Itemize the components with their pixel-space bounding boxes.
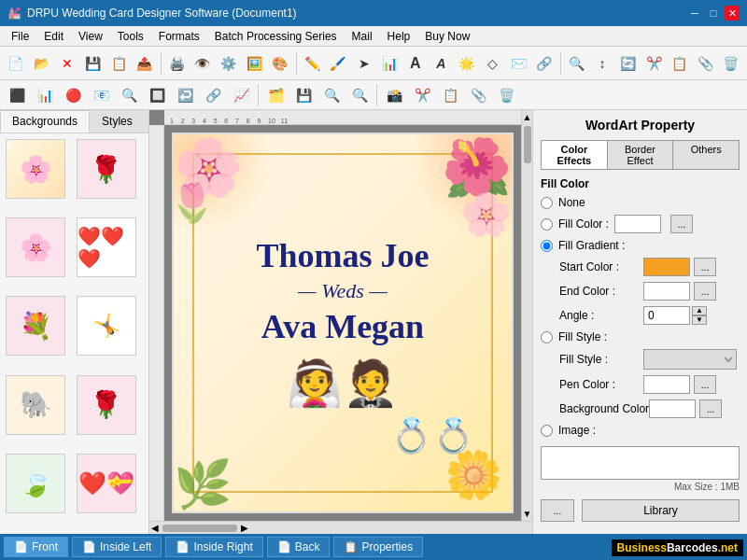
fill-color-box[interactable]: [614, 215, 661, 233]
menu-edit[interactable]: Edit: [36, 28, 71, 45]
tb2-btn2[interactable]: 📊: [32, 82, 58, 108]
thumbnail-9[interactable]: 🍃: [6, 454, 65, 513]
cut-button[interactable]: ✂️: [641, 50, 666, 77]
maximize-button[interactable]: □: [706, 6, 721, 21]
radio-none[interactable]: [541, 197, 553, 209]
start-color-box[interactable]: [643, 258, 690, 276]
card-canvas[interactable]: 🌸 🌺 🌿 🌼 🌷 🌸 Thomas Joe — Weds —: [172, 133, 514, 513]
angle-down[interactable]: ▼: [692, 315, 707, 325]
clipart-button[interactable]: 🌟: [455, 50, 479, 77]
paste-button[interactable]: 📎: [694, 50, 718, 77]
tb2-btn6[interactable]: 🔲: [144, 82, 170, 108]
brush-button[interactable]: 🖌️: [326, 50, 350, 77]
tb2-btn11[interactable]: 💾: [290, 82, 317, 108]
scroll-down-arrow[interactable]: ▼: [523, 509, 532, 519]
thumbnail-2[interactable]: 🌹: [77, 139, 136, 199]
scroll-vertical[interactable]: ▲ ▼: [521, 110, 532, 521]
menu-buynow[interactable]: Buy Now: [417, 28, 477, 45]
tb2-btn8[interactable]: 🔗: [200, 82, 226, 108]
library-button[interactable]: Library: [582, 499, 740, 522]
minimize-button[interactable]: ─: [687, 6, 702, 21]
end-color-dots[interactable]: ...: [694, 282, 716, 301]
copy-button[interactable]: 📋: [668, 50, 692, 77]
menu-tools[interactable]: Tools: [110, 28, 151, 45]
close-button[interactable]: ✕: [725, 6, 740, 21]
status-tab-properties[interactable]: 📋 Properties: [333, 537, 423, 557]
fill-color-dots[interactable]: ...: [670, 215, 693, 233]
export-button[interactable]: 📤: [133, 50, 157, 77]
tb2-btn9[interactable]: 📈: [228, 82, 254, 108]
tb2-btn16[interactable]: 📋: [437, 82, 463, 108]
preview-button[interactable]: 👁️: [190, 50, 215, 77]
tab-styles[interactable]: Styles: [90, 110, 145, 133]
scroll-up-arrow[interactable]: ▲: [523, 112, 532, 122]
fill-style-select[interactable]: [643, 349, 737, 370]
tb2-btn14[interactable]: 📸: [381, 82, 407, 108]
tab-color-effects[interactable]: Color Effects: [542, 141, 608, 169]
bg-color-dots[interactable]: ...: [699, 399, 722, 418]
scroll-horizontal[interactable]: ◀ ▶: [149, 521, 532, 534]
menu-help[interactable]: Help: [380, 28, 418, 45]
rotate-button[interactable]: 🔄: [616, 50, 641, 77]
pen-color-dots[interactable]: ...: [694, 375, 716, 394]
thumbnail-10[interactable]: ❤️💝: [77, 454, 136, 513]
tb2-btn10[interactable]: 🗂️: [262, 82, 289, 108]
delete-button[interactable]: ✕: [55, 50, 79, 77]
canvas-area[interactable]: 1 2 3 4 5 6 7 8 9 10 11 🌸 🌺: [149, 110, 521, 521]
new-button[interactable]: 📄: [4, 50, 28, 77]
thumbnail-7[interactable]: 🐘: [6, 375, 65, 435]
thumbnail-5[interactable]: 💐: [6, 296, 65, 356]
status-tab-inside-left[interactable]: 📄 Inside Left: [72, 537, 162, 557]
scroll-thumb-h[interactable]: [162, 525, 237, 532]
end-color-box[interactable]: [643, 282, 690, 301]
pen-color-box[interactable]: [643, 375, 690, 394]
angle-up[interactable]: ▲: [692, 306, 707, 315]
tab-others[interactable]: Others: [673, 141, 739, 169]
status-tab-back[interactable]: 📄 Back: [267, 537, 331, 557]
image-button[interactable]: 🖼️: [242, 50, 266, 77]
menu-batch[interactable]: Batch Processing Series: [207, 28, 345, 45]
save-button[interactable]: 💾: [81, 50, 106, 77]
image-box[interactable]: [541, 446, 740, 480]
link-button[interactable]: 🔗: [532, 50, 557, 77]
menu-file[interactable]: File: [4, 28, 36, 45]
pen-button[interactable]: ✏️: [301, 50, 325, 77]
tb2-btn17[interactable]: 📎: [465, 82, 491, 108]
shape-button[interactable]: ◇: [481, 50, 505, 77]
menu-mail[interactable]: Mail: [345, 28, 380, 45]
menu-formats[interactable]: Formats: [151, 28, 207, 45]
tb2-btn15[interactable]: ✂️: [409, 82, 435, 108]
angle-input[interactable]: [643, 306, 690, 325]
menu-view[interactable]: View: [71, 28, 110, 45]
status-tab-inside-right[interactable]: 📄 Inside Right: [165, 537, 262, 557]
bg-button[interactable]: 🎨: [268, 50, 292, 77]
radio-image[interactable]: [541, 425, 553, 437]
bg-color-box[interactable]: [649, 399, 696, 418]
text-button[interactable]: A: [403, 50, 428, 77]
tb2-btn1[interactable]: ⬛: [4, 82, 30, 108]
tb2-btn13[interactable]: 🔍: [346, 82, 373, 108]
thumbnail-4[interactable]: ❤️❤️❤️: [77, 217, 136, 277]
mail-button[interactable]: ✉️: [506, 50, 530, 77]
thumbnail-8[interactable]: 🌹: [77, 375, 136, 435]
thumbnail-3[interactable]: 🌸: [6, 217, 65, 277]
radio-fillstyle[interactable]: [541, 331, 553, 343]
tb2-btn18[interactable]: 🗑️: [493, 82, 519, 108]
tb2-btn12[interactable]: 🔍: [318, 82, 345, 108]
print-button[interactable]: 🖨️: [165, 50, 190, 77]
dots-button[interactable]: ...: [541, 499, 574, 522]
settings-button[interactable]: ⚙️: [217, 50, 241, 77]
tab-border-effect[interactable]: Border Effect: [608, 141, 674, 169]
delete2-button[interactable]: 🗑️: [719, 50, 743, 77]
scroll-right-arrow[interactable]: ▶: [241, 523, 248, 533]
save-as-button[interactable]: 📋: [106, 50, 131, 77]
thumbnail-6[interactable]: 🤸: [77, 296, 136, 356]
start-color-dots[interactable]: ...: [694, 258, 716, 276]
radio-gradient[interactable]: [541, 240, 553, 252]
status-tab-front[interactable]: 📄 Front: [4, 537, 68, 557]
flip-button[interactable]: ↕️: [590, 50, 614, 77]
scroll-left-arrow[interactable]: ◀: [151, 523, 159, 533]
tb2-btn3[interactable]: 🔴: [60, 82, 86, 108]
tb2-btn5[interactable]: 🔍: [116, 82, 142, 108]
scroll-thumb-v[interactable]: [524, 126, 531, 163]
